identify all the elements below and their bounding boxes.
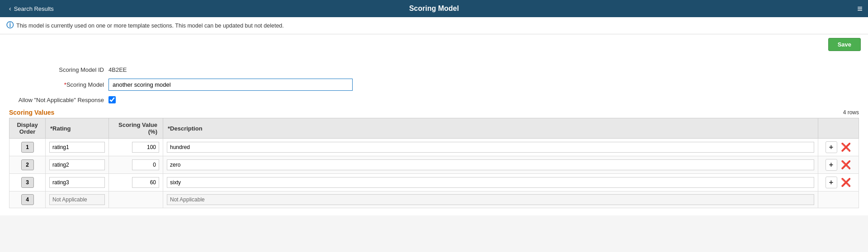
- delete-row-button[interactable]: ❌: [840, 159, 852, 171]
- scoring-model-id-value: 4B2EE: [108, 66, 127, 73]
- order-button[interactable]: 3: [21, 177, 34, 188]
- col-header-display-order: Display Order: [9, 118, 46, 139]
- order-cell: 3: [9, 174, 46, 191]
- order-cell: 1: [9, 139, 46, 156]
- rows-count: 4 rows: [843, 109, 859, 116]
- actions-cell: [818, 191, 859, 208]
- rating-input[interactable]: [49, 177, 105, 188]
- col-header-scoring-value: Scoring Value (%): [109, 118, 163, 139]
- info-icon: ⓘ: [6, 21, 14, 30]
- add-row-button[interactable]: +: [826, 159, 837, 171]
- info-message: This model is currently used on one or m…: [16, 23, 284, 29]
- rating-input[interactable]: [49, 142, 105, 153]
- table-row: 1+❌: [9, 139, 859, 156]
- scoring-model-id-row: Scoring Model ID 4B2EE: [9, 66, 859, 73]
- not-applicable-checkbox[interactable]: [108, 96, 116, 103]
- form-section: Scoring Model ID 4B2EE *Scoring Model Al…: [9, 62, 859, 103]
- page-header: ‹ Search Results Scoring Model ≡: [0, 0, 868, 17]
- menu-button[interactable]: ≡: [857, 4, 863, 13]
- order-button[interactable]: 4: [21, 194, 34, 205]
- order-cell: 4: [9, 191, 46, 208]
- description-input[interactable]: [167, 142, 814, 153]
- table-header-row: Display Order *Rating Scoring Value (%) …: [9, 118, 859, 139]
- score-cell: [109, 174, 163, 191]
- scoring-values-header: Scoring Values 4 rows: [9, 109, 859, 116]
- actions-wrapper: +❌: [822, 159, 855, 171]
- not-applicable-label: Allow "Not Applicable" Response: [9, 97, 108, 103]
- save-button[interactable]: Save: [828, 38, 861, 51]
- actions-cell: +❌: [818, 174, 859, 191]
- delete-row-button[interactable]: ❌: [840, 177, 852, 188]
- actions-wrapper: +❌: [822, 141, 855, 153]
- info-bar: ⓘ This model is currently used on one or…: [0, 17, 868, 34]
- table-row: 4: [9, 191, 859, 208]
- col-header-rating: *Rating: [46, 118, 109, 139]
- actions-cell: +❌: [818, 156, 859, 174]
- description-cell: [163, 156, 818, 174]
- not-applicable-row: Allow "Not Applicable" Response: [9, 96, 859, 103]
- save-button-wrapper: Save: [0, 34, 868, 55]
- scoring-values-title: Scoring Values: [9, 109, 54, 116]
- description-cell: [163, 139, 818, 156]
- table-row: 2+❌: [9, 156, 859, 174]
- delete-row-button[interactable]: ❌: [840, 141, 852, 153]
- score-input[interactable]: [132, 159, 159, 170]
- score-input[interactable]: [132, 142, 159, 153]
- description-input[interactable]: [167, 159, 814, 170]
- rating-input: [49, 194, 105, 205]
- table-row: 3+❌: [9, 174, 859, 191]
- description-cell: [163, 191, 818, 208]
- scoring-model-input[interactable]: [108, 79, 353, 91]
- actions-wrapper: +❌: [822, 177, 855, 188]
- description-input[interactable]: [167, 177, 814, 188]
- description-cell: [163, 174, 818, 191]
- back-label: Search Results: [14, 5, 54, 12]
- order-button[interactable]: 2: [21, 159, 34, 170]
- score-cell: [109, 139, 163, 156]
- col-header-description: *Description: [163, 118, 818, 139]
- back-arrow-icon: ‹: [9, 5, 11, 12]
- scoring-table: Display Order *Rating Scoring Value (%) …: [9, 118, 859, 208]
- page-title: Scoring Model: [409, 5, 459, 13]
- rating-cell: [46, 139, 109, 156]
- add-row-button[interactable]: +: [826, 177, 837, 188]
- scoring-model-id-label: Scoring Model ID: [9, 66, 108, 73]
- menu-icon: ≡: [857, 4, 863, 14]
- score-cell: [109, 191, 163, 208]
- col-header-actions: [818, 118, 859, 139]
- rating-cell: [46, 191, 109, 208]
- order-cell: 2: [9, 156, 46, 174]
- order-button[interactable]: 1: [21, 142, 34, 153]
- back-button[interactable]: ‹ Search Results: [5, 3, 57, 14]
- rating-input[interactable]: [49, 159, 105, 170]
- scoring-model-name-row: *Scoring Model: [9, 79, 859, 91]
- score-cell: [109, 156, 163, 174]
- main-content: Scoring Model ID 4B2EE *Scoring Model Al…: [0, 55, 868, 215]
- score-input[interactable]: [132, 177, 159, 188]
- rating-cell: [46, 174, 109, 191]
- actions-cell: +❌: [818, 139, 859, 156]
- rating-cell: [46, 156, 109, 174]
- add-row-button[interactable]: +: [826, 141, 837, 153]
- description-input: [167, 194, 814, 205]
- scoring-model-name-label: *Scoring Model: [9, 81, 108, 88]
